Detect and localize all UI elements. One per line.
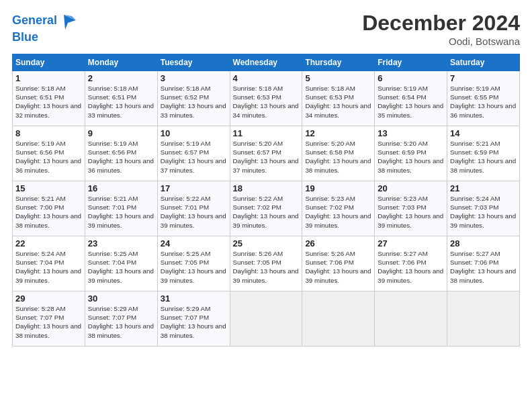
- col-header-wednesday: Wednesday: [230, 54, 302, 71]
- cell-info: Sunrise: 5:18 AMSunset: 6:51 PMDaylight:…: [15, 84, 82, 120]
- day-number: 25: [233, 238, 300, 248]
- calendar-table: SundayMondayTuesdayWednesdayThursdayFrid…: [12, 54, 520, 347]
- cell-info: Sunrise: 5:18 AMSunset: 6:53 PMDaylight:…: [305, 84, 371, 120]
- calendar-cell: 27Sunrise: 5:27 AMSunset: 7:06 PMDayligh…: [375, 236, 447, 291]
- cell-info: Sunrise: 5:27 AMSunset: 7:06 PMDaylight:…: [450, 249, 517, 285]
- cell-info: Sunrise: 5:20 AMSunset: 6:59 PMDaylight:…: [378, 139, 444, 175]
- day-number: 10: [161, 128, 227, 138]
- day-number: 9: [88, 128, 154, 138]
- cell-info: Sunrise: 5:23 AMSunset: 7:02 PMDaylight:…: [305, 194, 371, 230]
- cell-info: Sunrise: 5:20 AMSunset: 6:57 PMDaylight:…: [233, 139, 300, 175]
- calendar-cell: 6Sunrise: 5:19 AMSunset: 6:54 PMDaylight…: [375, 71, 447, 126]
- day-number: 24: [161, 238, 227, 248]
- day-number: 31: [161, 293, 227, 304]
- day-number: 27: [378, 238, 444, 248]
- day-number: 4: [233, 73, 300, 83]
- calendar-cell: 16Sunrise: 5:21 AMSunset: 7:01 PMDayligh…: [85, 181, 157, 236]
- cell-info: Sunrise: 5:26 AMSunset: 7:06 PMDaylight:…: [305, 249, 371, 285]
- day-number: 18: [233, 183, 300, 193]
- cell-info: Sunrise: 5:25 AMSunset: 7:05 PMDaylight:…: [161, 249, 227, 285]
- header: General Blue December 2024 Oodi, Botswan…: [12, 11, 520, 47]
- calendar-header-row: SundayMondayTuesdayWednesdayThursdayFrid…: [13, 54, 520, 71]
- cell-info: Sunrise: 5:21 AMSunset: 7:01 PMDaylight:…: [88, 194, 154, 230]
- day-number: 22: [15, 238, 82, 248]
- calendar-cell: 11Sunrise: 5:20 AMSunset: 6:57 PMDayligh…: [230, 126, 302, 181]
- calendar-cell: 26Sunrise: 5:26 AMSunset: 7:06 PMDayligh…: [302, 236, 375, 291]
- col-header-friday: Friday: [375, 54, 447, 71]
- calendar-cell: 9Sunrise: 5:19 AMSunset: 6:56 PMDaylight…: [85, 126, 157, 181]
- day-number: 26: [305, 238, 371, 248]
- col-header-thursday: Thursday: [302, 54, 375, 71]
- month-title: December 2024: [362, 11, 520, 36]
- calendar-cell: 8Sunrise: 5:19 AMSunset: 6:56 PMDaylight…: [13, 126, 85, 181]
- cell-info: Sunrise: 5:19 AMSunset: 6:56 PMDaylight:…: [88, 139, 154, 175]
- day-number: 7: [450, 73, 517, 83]
- calendar-cell: 20Sunrise: 5:23 AMSunset: 7:03 PMDayligh…: [375, 181, 447, 236]
- day-number: 14: [450, 128, 517, 138]
- day-number: 28: [450, 238, 517, 248]
- cell-info: Sunrise: 5:18 AMSunset: 6:53 PMDaylight:…: [233, 84, 300, 120]
- cell-info: Sunrise: 5:21 AMSunset: 7:00 PMDaylight:…: [15, 194, 82, 230]
- calendar-week-4: 22Sunrise: 5:24 AMSunset: 7:04 PMDayligh…: [13, 236, 520, 291]
- calendar-cell: 1Sunrise: 5:18 AMSunset: 6:51 PMDaylight…: [13, 71, 85, 126]
- cell-info: Sunrise: 5:19 AMSunset: 6:56 PMDaylight:…: [15, 139, 82, 175]
- calendar-cell: 23Sunrise: 5:25 AMSunset: 7:04 PMDayligh…: [85, 236, 157, 291]
- calendar-cell: 21Sunrise: 5:24 AMSunset: 7:03 PMDayligh…: [447, 181, 520, 236]
- calendar-cell: 15Sunrise: 5:21 AMSunset: 7:00 PMDayligh…: [13, 181, 85, 236]
- calendar-cell: 25Sunrise: 5:26 AMSunset: 7:05 PMDayligh…: [230, 236, 302, 291]
- cell-info: Sunrise: 5:18 AMSunset: 6:51 PMDaylight:…: [88, 84, 154, 120]
- cell-info: Sunrise: 5:29 AMSunset: 7:07 PMDaylight:…: [161, 304, 227, 340]
- logo-blue: Blue: [12, 31, 79, 44]
- cell-info: Sunrise: 5:19 AMSunset: 6:54 PMDaylight:…: [378, 84, 444, 120]
- cell-info: Sunrise: 5:22 AMSunset: 7:01 PMDaylight:…: [161, 194, 227, 230]
- calendar-cell: 30Sunrise: 5:29 AMSunset: 7:07 PMDayligh…: [85, 291, 157, 347]
- cell-info: Sunrise: 5:26 AMSunset: 7:05 PMDaylight:…: [233, 249, 300, 285]
- day-number: 5: [305, 73, 371, 83]
- calendar-cell: 13Sunrise: 5:20 AMSunset: 6:59 PMDayligh…: [375, 126, 447, 181]
- col-header-saturday: Saturday: [447, 54, 520, 71]
- cell-info: Sunrise: 5:18 AMSunset: 6:52 PMDaylight:…: [161, 84, 227, 120]
- calendar-cell: 12Sunrise: 5:20 AMSunset: 6:58 PMDayligh…: [302, 126, 375, 181]
- col-header-tuesday: Tuesday: [157, 54, 230, 71]
- cell-info: Sunrise: 5:19 AMSunset: 6:55 PMDaylight:…: [450, 84, 517, 120]
- day-number: 6: [378, 73, 444, 83]
- cell-info: Sunrise: 5:28 AMSunset: 7:07 PMDaylight:…: [15, 304, 82, 340]
- cell-info: Sunrise: 5:24 AMSunset: 7:04 PMDaylight:…: [15, 249, 82, 285]
- day-number: 23: [88, 238, 154, 248]
- day-number: 8: [15, 128, 82, 138]
- calendar-cell: 3Sunrise: 5:18 AMSunset: 6:52 PMDaylight…: [157, 71, 230, 126]
- calendar-cell: 14Sunrise: 5:21 AMSunset: 6:59 PMDayligh…: [447, 126, 520, 181]
- day-number: 12: [305, 128, 371, 138]
- calendar-cell: 10Sunrise: 5:19 AMSunset: 6:57 PMDayligh…: [157, 126, 230, 181]
- calendar-cell: 24Sunrise: 5:25 AMSunset: 7:05 PMDayligh…: [157, 236, 230, 291]
- calendar-cell: 28Sunrise: 5:27 AMSunset: 7:06 PMDayligh…: [447, 236, 520, 291]
- calendar-week-1: 1Sunrise: 5:18 AMSunset: 6:51 PMDaylight…: [13, 71, 520, 126]
- day-number: 15: [15, 183, 82, 193]
- calendar-cell: [375, 291, 447, 347]
- calendar-cell: 19Sunrise: 5:23 AMSunset: 7:02 PMDayligh…: [302, 181, 375, 236]
- calendar-week-2: 8Sunrise: 5:19 AMSunset: 6:56 PMDaylight…: [13, 126, 520, 181]
- cell-info: Sunrise: 5:24 AMSunset: 7:03 PMDaylight:…: [450, 194, 517, 230]
- cell-info: Sunrise: 5:29 AMSunset: 7:07 PMDaylight:…: [88, 304, 154, 340]
- day-number: 3: [161, 73, 227, 83]
- calendar-cell: 17Sunrise: 5:22 AMSunset: 7:01 PMDayligh…: [157, 181, 230, 236]
- logo: General Blue: [12, 11, 79, 44]
- calendar-cell: [447, 291, 520, 347]
- location: Oodi, Botswana: [362, 36, 520, 47]
- cell-info: Sunrise: 5:21 AMSunset: 6:59 PMDaylight:…: [450, 139, 517, 175]
- calendar-cell: 7Sunrise: 5:19 AMSunset: 6:55 PMDaylight…: [447, 71, 520, 126]
- day-number: 19: [305, 183, 371, 193]
- cell-info: Sunrise: 5:20 AMSunset: 6:58 PMDaylight:…: [305, 139, 371, 175]
- calendar-cell: 2Sunrise: 5:18 AMSunset: 6:51 PMDaylight…: [85, 71, 157, 126]
- calendar-cell: [302, 291, 375, 347]
- calendar-cell: 22Sunrise: 5:24 AMSunset: 7:04 PMDayligh…: [13, 236, 85, 291]
- calendar-cell: [230, 291, 302, 347]
- day-number: 16: [88, 183, 154, 193]
- day-number: 20: [378, 183, 444, 193]
- day-number: 2: [88, 73, 154, 83]
- calendar-cell: 31Sunrise: 5:29 AMSunset: 7:07 PMDayligh…: [157, 291, 230, 347]
- title-block: December 2024 Oodi, Botswana: [362, 11, 520, 47]
- day-number: 21: [450, 183, 517, 193]
- calendar-cell: 18Sunrise: 5:22 AMSunset: 7:02 PMDayligh…: [230, 181, 302, 236]
- cell-info: Sunrise: 5:25 AMSunset: 7:04 PMDaylight:…: [88, 249, 154, 285]
